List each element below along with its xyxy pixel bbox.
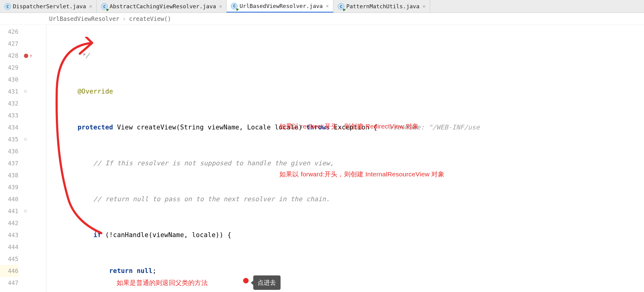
java-class-icon: C bbox=[4, 3, 11, 10]
tab-dispatcher-servlet[interactable]: C DispatcherServlet.java × bbox=[0, 0, 97, 13]
code-area[interactable]: */ @Override protected View createView(S… bbox=[43, 25, 644, 292]
annotation-dot bbox=[243, 278, 249, 283]
tab-abstract-caching-view-resolver[interactable]: C AbstractCachingViewResolver.java × bbox=[97, 0, 227, 13]
close-icon[interactable]: × bbox=[326, 3, 329, 9]
tab-label: DispatcherServlet.java bbox=[13, 3, 86, 10]
code-line: // return null to pass on to the next re… bbox=[46, 195, 330, 203]
code-line: */ bbox=[46, 52, 89, 59]
line-number-gutter: 426427428 429430431 432433434 435436437 … bbox=[0, 25, 21, 292]
override-marker-icon[interactable] bbox=[24, 54, 28, 58]
tab-label: AbstractCachingViewResolver.java bbox=[110, 3, 216, 10]
annotation-fallback: 如果是普通的则退回父类的方法 bbox=[117, 277, 208, 289]
editor-tabs: C DispatcherServlet.java × C AbstractCac… bbox=[0, 0, 644, 13]
override-arrow-icon: ↑ bbox=[29, 50, 33, 62]
code-editor[interactable]: 426427428 429430431 432433434 435436437 … bbox=[0, 25, 644, 292]
tab-pattern-match-utils[interactable]: C PatternMatchUtils.java × bbox=[333, 0, 430, 13]
tab-url-based-view-resolver[interactable]: C UrlBasedViewResolver.java × bbox=[227, 0, 333, 13]
breadcrumb: UrlBasedViewResolver › createView() bbox=[0, 13, 644, 25]
gutter-marks: ↑ ⊟ ⊟ ⊟ bbox=[21, 25, 43, 292]
close-icon[interactable]: × bbox=[219, 3, 222, 9]
fold-icon[interactable]: ⊟ bbox=[24, 133, 27, 145]
fold-icon[interactable]: ⊟ bbox=[24, 86, 27, 98]
code-line: // If this resolver is not supposed to h… bbox=[46, 159, 334, 167]
code-line: return null; bbox=[43, 265, 644, 277]
code-line: if (!canHandle(viewName, locale)) { bbox=[43, 229, 644, 241]
tab-label: UrlBasedViewResolver.java bbox=[239, 3, 323, 9]
fold-icon[interactable]: ⊟ bbox=[24, 205, 27, 217]
breadcrumb-method[interactable]: createView() bbox=[129, 15, 171, 22]
close-icon[interactable]: × bbox=[422, 3, 425, 9]
chevron-right-icon: › bbox=[122, 15, 126, 22]
annotation-forward: 如果以 forward:开头，则创建 InternalResourceView … bbox=[279, 168, 444, 180]
breadcrumb-class[interactable]: UrlBasedViewResolver bbox=[49, 15, 119, 22]
annotation-redirect: 如果以 redirect:开头，则创建 RedirectView 对象 bbox=[279, 120, 419, 132]
code-line: @Override bbox=[78, 88, 113, 95]
tab-label: PatternMatchUtils.java bbox=[346, 3, 419, 10]
annotation-tooltip: 点进去 bbox=[253, 275, 281, 290]
close-icon[interactable]: × bbox=[89, 3, 92, 9]
